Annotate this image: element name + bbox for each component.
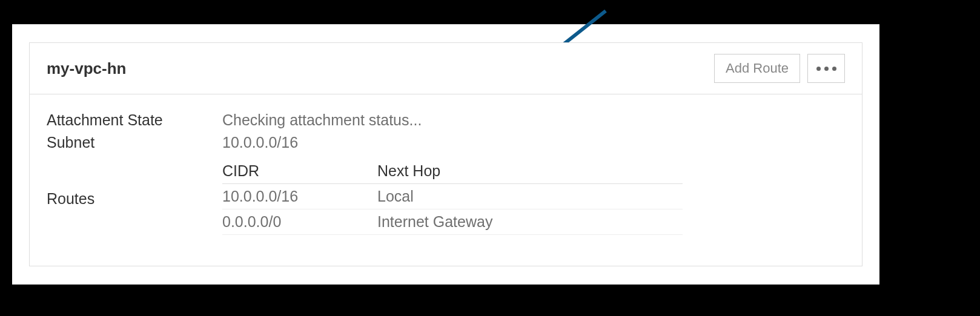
more-icon	[816, 67, 836, 71]
more-menu-button[interactable]	[807, 54, 845, 83]
vpc-name: my-vpc-hn	[47, 59, 126, 78]
col-cidr: CIDR	[222, 162, 377, 180]
col-next-hop: Next Hop	[377, 162, 683, 180]
next-hop-cell: Internet Gateway	[377, 213, 683, 231]
cidr-cell: 10.0.0.0/16	[222, 188, 377, 205]
vpc-card: my-vpc-hn Add Route Attachment State Che…	[29, 42, 862, 266]
routes-section: Routes CIDR Next Hop 10.0.0.0/16 Local 0…	[47, 162, 845, 235]
vpc-detail-panel: my-vpc-hn Add Route Attachment State Che…	[12, 24, 879, 285]
routes-table: CIDR Next Hop 10.0.0.0/16 Local 0.0.0.0/…	[222, 162, 683, 235]
subnet-value: 10.0.0.0/16	[222, 134, 845, 151]
next-hop-cell: Local	[377, 188, 683, 205]
routes-label: Routes	[47, 190, 222, 208]
routes-table-header: CIDR Next Hop	[222, 162, 683, 184]
table-row: 0.0.0.0/0 Internet Gateway	[222, 209, 683, 235]
header-actions: Add Route	[714, 54, 845, 83]
attachment-state-value: Checking attachment status...	[222, 111, 845, 129]
card-body: Attachment State Checking attachment sta…	[30, 94, 862, 252]
add-route-button[interactable]: Add Route	[714, 54, 800, 83]
table-row: 10.0.0.0/16 Local	[222, 184, 683, 209]
card-header: my-vpc-hn Add Route	[30, 43, 862, 94]
attachment-state-label: Attachment State	[47, 111, 222, 129]
subnet-label: Subnet	[47, 134, 222, 151]
cidr-cell: 0.0.0.0/0	[222, 213, 377, 231]
info-grid: Attachment State Checking attachment sta…	[47, 111, 845, 151]
